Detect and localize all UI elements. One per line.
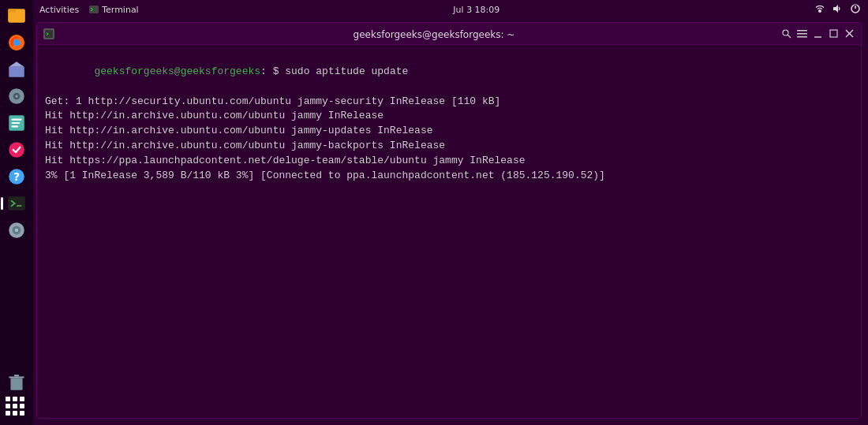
sidebar-item-trash[interactable] (4, 370, 29, 395)
terminal-search-button[interactable] (780, 28, 791, 39)
svg-rect-4 (9, 67, 24, 77)
sidebar-item-files[interactable] (4, 3, 29, 28)
terminal-menu-button[interactable] (796, 28, 807, 39)
svg-rect-23 (89, 6, 99, 13)
sidebar-item-help[interactable]: ? (4, 164, 29, 189)
svg-rect-1 (8, 9, 16, 12)
topbar-right (814, 2, 862, 17)
terminal-titlebar: geeksforgeeks@geeksforgeeks: ~ (37, 23, 861, 45)
terminal-body[interactable]: geeksforgeeks@geeksforgeeks: $ sudo apti… (37, 45, 861, 418)
show-applications-button[interactable] (6, 397, 28, 419)
svg-rect-35 (830, 30, 837, 37)
svg-rect-31 (797, 30, 807, 32)
terminal-minimize-button[interactable] (812, 28, 823, 39)
topbar: Activities Terminal Jul 3 18:09 (33, 0, 868, 19)
terminal-line-6: Hit https://ppa.launchpadcontent.net/del… (45, 154, 853, 169)
power-icon[interactable] (849, 2, 862, 17)
sidebar-item-firefox[interactable] (4, 30, 29, 55)
sound-icon[interactable] (832, 3, 843, 17)
svg-rect-11 (12, 125, 19, 127)
terminal-label: Terminal (102, 5, 139, 15)
network-icon[interactable] (814, 3, 825, 17)
svg-rect-28 (45, 30, 53, 38)
terminal-topbar-icon (88, 4, 99, 15)
dock: ? (0, 0, 33, 425)
terminal-line-4: Hit http://in.archive.ubuntu.com/ubuntu … (45, 124, 853, 139)
svg-rect-21 (9, 376, 24, 378)
svg-point-24 (818, 9, 821, 13)
terminal-title: geeksforgeeks@geeksforgeeks: ~ (354, 26, 515, 41)
terminal-line-2: Get: 1 http://security.ubuntu.com/ubuntu… (45, 95, 853, 110)
cmd-text: sudo aptitude update (279, 65, 408, 77)
titlebar-left (43, 28, 54, 39)
sidebar-item-disk[interactable] (4, 84, 29, 109)
svg-rect-10 (12, 122, 21, 124)
svg-rect-22 (14, 375, 20, 376)
svg-line-30 (788, 35, 791, 38)
activities-button[interactable]: Activities (39, 5, 79, 15)
terminal-close-button[interactable] (844, 28, 855, 39)
svg-rect-9 (12, 119, 22, 121)
sidebar-item-software[interactable] (4, 137, 29, 162)
terminal-line-1: geeksforgeeks@geeksforgeeks: $ sudo apti… (45, 50, 853, 95)
sidebar-item-dvd[interactable] (4, 218, 29, 243)
svg-text:?: ? (13, 170, 20, 183)
svg-rect-33 (797, 36, 807, 38)
terminal-maximize-button[interactable] (828, 28, 839, 39)
terminal-indicator: Terminal (88, 4, 139, 15)
titlebar-right (780, 28, 855, 39)
sidebar-item-text-editor[interactable] (4, 110, 29, 136)
topbar-left: Activities Terminal (39, 4, 139, 15)
main-area: Activities Terminal Jul 3 18:09 (33, 0, 868, 425)
svg-rect-16 (17, 205, 22, 207)
sidebar-item-home[interactable] (4, 57, 29, 82)
terminal-title-text: geeksforgeeks@geeksforgeeks: ~ (354, 29, 515, 40)
svg-point-19 (15, 229, 18, 232)
svg-point-7 (15, 95, 17, 97)
terminal-app-icon (43, 28, 54, 39)
prompt-user: geeksforgeeks@geeksforgeeks (94, 65, 260, 77)
terminal-line-5: Hit http://in.archive.ubuntu.com/ubuntu … (45, 139, 853, 154)
svg-rect-15 (8, 196, 25, 210)
terminal-window: geeksforgeeks@geeksforgeeks: ~ (36, 22, 862, 419)
svg-point-29 (783, 30, 788, 35)
sidebar-item-terminal[interactable] (4, 191, 29, 216)
topbar-datetime: Jul 3 18:09 (453, 5, 499, 15)
svg-point-3 (13, 39, 21, 47)
terminal-line-7: 3% [1 InRelease 3,589 B/110 kB 3%] [Conn… (45, 169, 853, 184)
terminal-line-3: Hit http://in.archive.ubuntu.com/ubuntu … (45, 109, 853, 124)
prompt-symbol: : $ (260, 65, 279, 77)
svg-rect-32 (797, 33, 807, 35)
svg-point-12 (9, 142, 24, 158)
svg-rect-20 (10, 378, 22, 390)
